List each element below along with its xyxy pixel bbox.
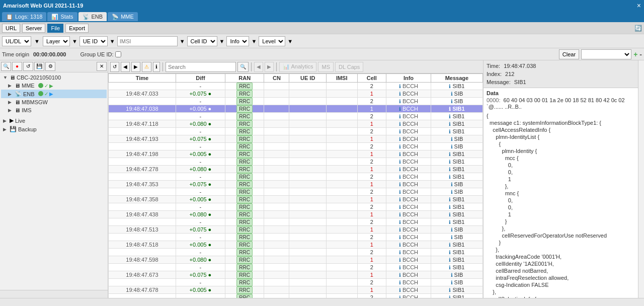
log-table-container[interactable]: Time Diff RAN CN UE ID IMSI Cell Info Me…	[108, 73, 483, 298]
file-button[interactable]: File	[47, 24, 63, 33]
td-ueid	[289, 226, 326, 234]
close-button[interactable]: ×	[637, 2, 641, 10]
table-row[interactable]: - RRC 2 ℹ BCCH ℹ SIB1	[109, 173, 483, 181]
table-row[interactable]: - RRC 2 ℹ BCCH ℹ SIB1	[109, 203, 483, 211]
info-action-btn[interactable]: ℹ	[153, 62, 160, 72]
index-value: 212	[505, 71, 514, 77]
table-row[interactable]: - RRC 2 ℹ BCCH ℹ SIB1	[109, 83, 483, 90]
analytics-btn[interactable]: 📊 Analytics	[279, 62, 316, 72]
right-content[interactable]: Data 0000: 60 40 04 03 00 01 1a 2e 00 18…	[484, 88, 638, 298]
clear-select[interactable]	[581, 49, 631, 59]
warning-action-btn[interactable]: ⚠	[142, 62, 151, 72]
td-imsi	[326, 90, 357, 98]
dl-caps-btn[interactable]: DL Caps	[335, 62, 363, 72]
table-row[interactable]: - RRC 2 ℹ BCCH ℹ SIB	[109, 143, 483, 150]
url-button[interactable]: URL	[2, 24, 20, 33]
tab-mme[interactable]: 📡 MME	[108, 12, 138, 21]
sidebar-item-mbmsgw[interactable]: ▶ 🖥 MBMSGW	[1, 98, 107, 106]
tab-stats[interactable]: 📊 Stats	[47, 12, 77, 21]
minus-icon[interactable]: -	[639, 50, 642, 58]
td-info: ℹ BCCH	[386, 188, 431, 196]
refresh-action-btn[interactable]: ↺	[110, 62, 119, 72]
code-line: 0,	[487, 204, 635, 211]
table-row[interactable]: 19:48:47.038 +0.005 ● RRC 1 ℹ BCCH ℹ SIB…	[109, 105, 483, 113]
ms-btn[interactable]: MS	[318, 62, 334, 72]
table-row[interactable]: 19:48:47.118 +0.080 ● RRC 1 ℹ BCCH ℹ SIB…	[109, 120, 483, 128]
table-row[interactable]: - RRC 2 ℹ BCCH ℹ SIB	[109, 98, 483, 105]
table-row[interactable]: 19:48:47.673 +0.075 ● RRC 1 ℹ BCCH ℹ SIB	[109, 271, 483, 279]
table-row[interactable]: 19:48:47.278 +0.080 ● RRC 1 ℹ BCCH ℹ SIB…	[109, 166, 483, 173]
prev-search-btn[interactable]: ◀	[254, 62, 263, 72]
td-diff: +0.075 ●	[176, 226, 225, 234]
cellid-select[interactable]: Cell ID	[187, 36, 217, 46]
table-row[interactable]: - RRC 2 ℹ BCCH ℹ SIB1	[109, 264, 483, 271]
sidebar-btn-red[interactable]: ●	[12, 62, 22, 71]
sidebar-btn-settings[interactable]: ⚙	[45, 62, 55, 71]
table-row[interactable]: - RRC 2 ℹ BCCH ℹ SIB1	[109, 113, 483, 120]
table-row[interactable]: 19:48:47.513 +0.075 ● RRC 1 ℹ BCCH ℹ SIB	[109, 226, 483, 234]
td-message: ℹ SIB	[431, 226, 482, 234]
right-scrollbar[interactable]	[638, 60, 644, 298]
table-row[interactable]: 19:48:47.678 +0.005 ● RRC 1 ℹ BCCH ℹ SIB…	[109, 286, 483, 294]
table-row[interactable]: 19:48:47.518 +0.005 ● RRC 1 ℹ BCCH ℹ SIB…	[109, 241, 483, 249]
sidebar-close-btn[interactable]: ✕	[97, 62, 107, 71]
group-ue-checkbox[interactable]	[115, 51, 121, 57]
search-input[interactable]	[166, 62, 236, 72]
sidebar-btn-1[interactable]: 🔍	[1, 62, 11, 71]
info-select[interactable]: Info	[226, 36, 249, 46]
filter-toolbar: UL/DLULDL ▼ Layer ▼ UE ID ▼ ▼ Cell ID ▼ …	[0, 34, 644, 48]
table-row[interactable]: - RRC 2 ℹ BCCH ℹ SIB	[109, 234, 483, 241]
table-row[interactable]: 19:48:47.353 +0.075 ● RRC 1 ℹ BCCH ℹ SIB	[109, 181, 483, 188]
imsi-input[interactable]	[117, 36, 178, 46]
add-icon[interactable]: +	[633, 50, 637, 58]
back-action-btn[interactable]: ◀	[121, 62, 130, 72]
table-row[interactable]: 19:48:47.598 +0.080 ● RRC 1 ℹ BCCH ℹ SIB…	[109, 256, 483, 264]
code-line: plmn-Identity {	[487, 147, 635, 155]
table-row[interactable]: - RRC 2 ℹ BCCH ℹ SIB1	[109, 158, 483, 166]
layer-select[interactable]: Layer	[43, 36, 70, 46]
refresh-icon[interactable]: 🔄	[634, 25, 642, 32]
table-row[interactable]: 19:48:47.193 +0.075 ● RRC 1 ℹ BCCH ℹ SIB	[109, 135, 483, 143]
uldl-select[interactable]: UL/DLULDL	[2, 36, 31, 46]
sidebar-item-mme[interactable]: ▶ 🖥 MME ✓ ▶	[1, 82, 107, 90]
sidebar-btn-save[interactable]: 💾	[34, 62, 44, 71]
table-row[interactable]: - RRC 2 ℹ BCCH ℹ SIB1	[109, 128, 483, 135]
table-row[interactable]: 19:48:47.358 +0.005 ● RRC 1 ℹ BCCH ℹ SIB…	[109, 196, 483, 203]
clear-button[interactable]: Clear	[559, 49, 579, 59]
td-ueid	[289, 286, 326, 294]
tab-logs[interactable]: 📋 Logs: 1318	[2, 12, 46, 21]
sidebar-btn-refresh[interactable]: ↺	[23, 62, 33, 71]
td-cn	[264, 120, 289, 128]
table-row[interactable]: 19:48:47.198 +0.005 ● RRC 1 ℹ BCCH ℹ SIB…	[109, 150, 483, 158]
table-row[interactable]: - RRC 2 ℹ BCCH ℹ SIB1	[109, 249, 483, 256]
td-cell: 1	[357, 211, 386, 218]
sidebar-item-live[interactable]: ▶ ▶ Live	[1, 116, 107, 125]
td-diff: -	[176, 279, 225, 286]
td-ran: RRC	[225, 226, 264, 234]
table-row[interactable]: 19:48:47.438 +0.080 ● RRC 1 ℹ BCCH ℹ SIB…	[109, 211, 483, 218]
sidebar-item-ims[interactable]: ▶ 🖥 IMS	[1, 106, 107, 114]
forward-action-btn[interactable]: ▶	[131, 62, 140, 72]
sidebar-item-backup[interactable]: ▶ 💾 Backup	[1, 125, 107, 133]
sidebar-item-root[interactable]: ▼ 🖥 CBC-2021050100	[1, 73, 107, 82]
table-row[interactable]: 19:48:47.033 +0.075 ● RRC 1 ℹ BCCH ℹ SIB	[109, 90, 483, 98]
sidebar-item-enb[interactable]: ▶ 📡 ENB ✓ ▶	[1, 90, 107, 98]
code-line: csg-Indication FALSE	[487, 281, 635, 288]
table-row[interactable]: - RRC 2 ℹ BCCH ℹ SIB	[109, 188, 483, 196]
code-line: 0,	[487, 169, 635, 176]
table-row[interactable]: - RRC 2 ℹ BCCH ℹ SIB1	[109, 294, 483, 298]
tab-enb[interactable]: 📡 ENB	[78, 12, 107, 21]
table-row[interactable]: - RRC 2 ℹ BCCH ℹ SIB1	[109, 218, 483, 226]
td-cell: 1	[357, 181, 386, 188]
table-row[interactable]: - RRC 2 ℹ BCCH ℹ SIB	[109, 279, 483, 286]
td-cn	[264, 226, 289, 234]
td-cell: 2	[357, 128, 386, 135]
export-button[interactable]: Export	[65, 24, 89, 33]
search-btn[interactable]: 🔍	[237, 62, 249, 72]
ueid-select[interactable]: UE ID	[79, 36, 108, 46]
server-button[interactable]: Server	[22, 24, 45, 33]
next-search-btn[interactable]: ▶	[265, 62, 274, 72]
code-line: trackingAreaCode '0001'H,	[487, 253, 635, 260]
td-imsi	[326, 150, 357, 158]
level-select[interactable]: Level	[259, 36, 285, 46]
